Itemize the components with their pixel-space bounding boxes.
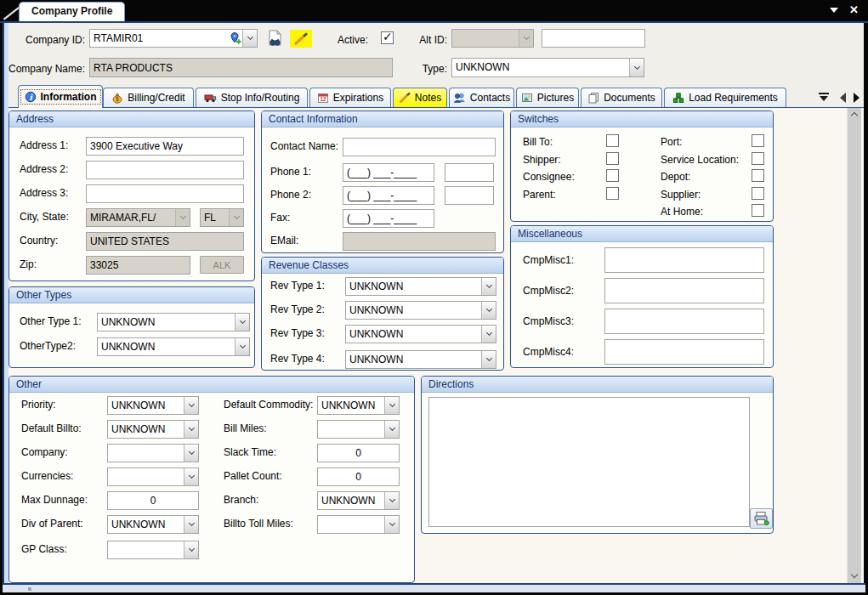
- chevron-down-icon: [519, 30, 533, 47]
- chevron-down-icon[interactable]: [235, 338, 249, 355]
- scroll-down-icon[interactable]: [848, 569, 862, 583]
- address-section: Address Address 1: Address 2: Address 3:…: [9, 110, 255, 281]
- tab-contacts[interactable]: Contacts: [449, 88, 514, 107]
- supplier-checkbox[interactable]: [752, 187, 764, 200]
- chevron-down-icon[interactable]: [481, 302, 496, 319]
- rev-type3-combobox[interactable]: UNKNOWN: [345, 325, 496, 343]
- phone1-input[interactable]: [343, 163, 434, 182]
- div-of-parent-combobox[interactable]: UNKNOWN: [107, 515, 199, 534]
- priority-combobox[interactable]: UNKNOWN: [107, 396, 199, 415]
- money-bag-icon: $: [111, 92, 123, 104]
- type-combobox[interactable]: UNKNOWN: [451, 58, 644, 77]
- directions-textarea[interactable]: [428, 397, 750, 527]
- other-type2-combobox[interactable]: UNKNOWN: [97, 337, 250, 356]
- priority-label: Priority:: [21, 399, 56, 411]
- tab-scroll-left-icon[interactable]: [840, 93, 846, 103]
- chevron-down-icon[interactable]: [384, 421, 399, 438]
- alk-button[interactable]: ALK: [200, 256, 244, 274]
- info-icon: i: [25, 91, 37, 103]
- edit-pencil-icon[interactable]: [290, 30, 312, 48]
- cmpmisc1-input[interactable]: [604, 247, 764, 273]
- tab-documents[interactable]: Documents: [581, 88, 662, 107]
- contact-name-input[interactable]: [343, 138, 496, 156]
- window-menu-icon[interactable]: [830, 8, 838, 13]
- chevron-down-icon[interactable]: [184, 397, 198, 414]
- cmpmisc3-input[interactable]: [604, 309, 764, 334]
- tab-list-menu-icon[interactable]: [819, 93, 829, 101]
- rev-type1-combobox[interactable]: UNKNOWN: [345, 277, 496, 296]
- chevron-down-icon[interactable]: [481, 326, 496, 343]
- active-checkbox[interactable]: [381, 31, 394, 44]
- tab-notes[interactable]: Notes: [393, 88, 447, 107]
- gp-class-label: GP Class:: [21, 543, 67, 555]
- service-location-checkbox[interactable]: [752, 152, 764, 165]
- cmpmisc4-input[interactable]: [604, 339, 764, 365]
- chevron-down-icon[interactable]: [384, 397, 399, 414]
- alt-id-combobox: [451, 29, 534, 48]
- chevron-down-icon[interactable]: [242, 30, 257, 47]
- chevron-down-icon[interactable]: [184, 421, 198, 438]
- revenue-classes-section: Revenue Classes Rev Type 1: UNKNOWN Rev …: [261, 257, 504, 371]
- max-dunnage-input[interactable]: [107, 491, 199, 510]
- default-commodity-combobox[interactable]: UNKNOWN: [317, 396, 400, 415]
- tab-information[interactable]: i Information: [18, 85, 103, 108]
- tab-billing-credit[interactable]: $ Billing/Credit: [103, 88, 194, 107]
- tab-expirations[interactable]: 12 Expirations: [309, 88, 391, 107]
- cmpmisc2-input[interactable]: [604, 278, 764, 303]
- chevron-down-icon[interactable]: [184, 516, 198, 533]
- tab-scroll-right-icon[interactable]: [854, 93, 859, 103]
- scroll-up-icon[interactable]: [848, 108, 862, 122]
- chevron-down-icon[interactable]: [481, 351, 496, 368]
- rev-type1-value: UNKNOWN: [346, 278, 481, 295]
- vertical-scrollbar[interactable]: [847, 108, 861, 583]
- chevron-down-icon[interactable]: [384, 516, 399, 533]
- address3-input[interactable]: [86, 184, 244, 203]
- default-commodity-value: UNKNOWN: [318, 397, 384, 414]
- misc-section-header: Miscellaneous: [511, 226, 773, 242]
- address2-input[interactable]: [86, 161, 244, 179]
- at-home-checkbox[interactable]: [752, 204, 764, 217]
- phone2-ext-input[interactable]: [445, 186, 494, 205]
- print-button[interactable]: [750, 508, 773, 529]
- tab-pictures[interactable]: Pictures: [516, 88, 579, 107]
- lookup-document-icon[interactable]: [263, 27, 286, 50]
- phone1-ext-input[interactable]: [445, 163, 494, 182]
- bill-miles-combobox[interactable]: [317, 420, 400, 439]
- alt-id-input[interactable]: [542, 29, 645, 48]
- address1-input[interactable]: [86, 137, 244, 156]
- map-pin-icon[interactable]: [227, 30, 242, 47]
- bill-to-checkbox[interactable]: [606, 134, 619, 147]
- other-type1-combobox[interactable]: UNKNOWN: [97, 313, 250, 332]
- chevron-down-icon[interactable]: [481, 278, 496, 295]
- branch-combobox[interactable]: UNKNOWN: [317, 491, 400, 510]
- parent-checkbox[interactable]: [606, 187, 619, 200]
- chevron-down-icon[interactable]: [629, 59, 644, 76]
- chevron-down-icon[interactable]: [184, 541, 198, 558]
- depot-label: Depot:: [661, 171, 690, 183]
- rev-type2-combobox[interactable]: UNKNOWN: [345, 301, 496, 320]
- currencies-combobox[interactable]: [107, 468, 199, 486]
- company-combobox[interactable]: [107, 444, 199, 462]
- chevron-down-icon[interactable]: [184, 445, 198, 462]
- pallet-count-input[interactable]: [317, 468, 400, 486]
- depot-checkbox[interactable]: [752, 169, 764, 182]
- shipper-checkbox[interactable]: [606, 152, 619, 165]
- consignee-checkbox[interactable]: [606, 169, 619, 182]
- window-tab-company-profile[interactable]: Company Profile: [19, 2, 125, 21]
- people-icon: [453, 92, 466, 104]
- gp-class-combobox[interactable]: [107, 541, 199, 559]
- close-icon[interactable]: ✕: [849, 3, 859, 16]
- tab-load-requirements[interactable]: Load Requirements: [664, 88, 786, 107]
- port-checkbox[interactable]: [752, 134, 764, 147]
- chevron-down-icon[interactable]: [384, 492, 399, 509]
- tab-stop-info-routing[interactable]: Stop Info/Routing: [196, 88, 308, 107]
- slack-time-input[interactable]: [317, 444, 400, 462]
- fax-input[interactable]: [343, 209, 434, 228]
- billto-toll-miles-combobox[interactable]: [317, 515, 400, 534]
- chevron-down-icon[interactable]: [235, 314, 249, 331]
- default-billto-combobox[interactable]: UNKNOWN: [107, 420, 199, 439]
- chevron-down-icon[interactable]: [184, 468, 198, 485]
- company-id-combobox[interactable]: RTAMIR01: [89, 29, 258, 48]
- phone2-input[interactable]: [343, 186, 434, 205]
- rev-type4-combobox[interactable]: UNKNOWN: [345, 350, 496, 369]
